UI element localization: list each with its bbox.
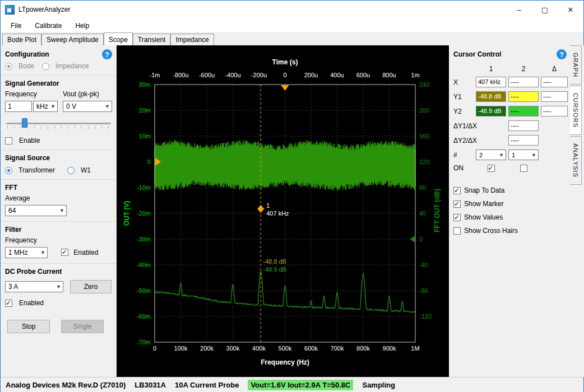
svg-text:-80: -80 [419, 287, 428, 294]
signal-generator-section: Signal Generator Frequency kHz ▼ Vout (p… [1, 75, 117, 150]
filter-frequency-combo[interactable]: 1 MHz ▼ [5, 247, 48, 258]
svg-text:1M: 1M [411, 345, 419, 352]
svg-text:-30m: -30m [137, 236, 151, 242]
snap-to-data-checkbox[interactable] [453, 187, 461, 194]
chevron-down-icon: ▼ [531, 152, 536, 158]
side-tab-analysis[interactable]: ANALYSIS [570, 136, 582, 185]
x-cursor2-value: ---- [508, 77, 539, 87]
app-window: LTpowerAnalyzer – ▢ ✕ File Calibrate Hel… [0, 0, 584, 392]
svg-text:-400u: -400u [225, 72, 240, 78]
svg-text:-120: -120 [419, 313, 432, 320]
svg-text:0: 0 [147, 158, 151, 165]
cursor-grid: 1 2 Δ X 407 kHz ---- ---- Y1 -48.8 dB --… [453, 65, 567, 172]
svg-text:100k: 100k [174, 345, 188, 352]
show-cross-hairs-checkbox[interactable] [453, 227, 461, 235]
svg-text:-600u: -600u [199, 72, 215, 78]
svg-text:30m: 30m [139, 81, 151, 88]
device-status: Analog Devices M2k Rev.D (Z7010) [6, 381, 126, 389]
vout-combo[interactable]: 0 V ▼ [63, 101, 112, 112]
menu-file[interactable]: File [4, 19, 28, 32]
tab-scope[interactable]: Scope [104, 32, 133, 45]
side-tab-graph[interactable]: GRAPH [570, 45, 582, 85]
cursor1-on-checkbox[interactable] [488, 165, 495, 172]
cursor-options: Snap To Data Show Marker Show Values Sho… [453, 186, 567, 235]
svg-text:300k: 300k [226, 345, 240, 352]
help-icon[interactable]: ? [557, 49, 567, 59]
dy1dx-value: ---- [508, 120, 539, 131]
enable-checkbox[interactable] [5, 137, 12, 144]
tab-bode-plot[interactable]: Bode Plot [2, 34, 41, 45]
svg-text:800u: 800u [382, 72, 396, 78]
board-status: LB3031A [135, 381, 166, 389]
svg-text:-70m: -70m [137, 339, 151, 346]
y2-cursor2-value: ---- [508, 106, 539, 116]
svg-text:-40: -40 [419, 262, 428, 268]
minimize-button[interactable]: – [506, 1, 532, 18]
svg-text:600u: 600u [356, 72, 370, 78]
amplitude-slider[interactable] [6, 118, 111, 130]
filter-enabled-checkbox[interactable] [61, 249, 68, 256]
filter-enabled-label: Enabled [73, 249, 98, 256]
side-tab-strip: GRAPH CURSORS ANALYSIS [570, 45, 584, 377]
signal-source-section: Signal Source Transformer W1 [1, 150, 117, 179]
bode-radio-label: Bode [18, 62, 34, 70]
svg-text:-48.9 dB: -48.9 dB [263, 266, 286, 273]
svg-text:-1m: -1m [150, 72, 160, 78]
chevron-down-icon: ▼ [56, 284, 61, 290]
maximize-button[interactable]: ▢ [532, 1, 558, 18]
filter-frequency-label: Frequency [5, 236, 112, 244]
scope-chart[interactable]: 1407 kHz-48.8 dB-48.9 dB-1m-800u-600u-40… [117, 45, 449, 377]
frequency-input[interactable] [5, 101, 32, 112]
average-combo[interactable]: 64 ▼ [5, 205, 67, 216]
tab-transient[interactable]: Transient [133, 34, 171, 45]
stop-button[interactable]: Stop [7, 320, 50, 333]
svg-text:900k: 900k [383, 345, 396, 352]
cursor2-on-checkbox[interactable] [520, 165, 527, 172]
svg-text:500k: 500k [279, 345, 292, 352]
w1-radio[interactable] [67, 167, 75, 174]
show-values-label: Show Values [464, 213, 503, 221]
tab-impedance[interactable]: Impedance [170, 34, 214, 45]
show-values-checkbox[interactable] [453, 214, 461, 221]
cursor2-number-combo[interactable]: 1 ▼ [508, 150, 539, 160]
window-title: LTpowerAnalyzer [18, 6, 70, 13]
menu-bar: File Calibrate Help [1, 18, 583, 33]
vout-label: Vout (pk-pk) [63, 90, 112, 98]
cursor-number-row-label: # [453, 151, 474, 159]
svg-text:1: 1 [266, 202, 270, 209]
side-tab-cursors[interactable]: CURSORS [570, 86, 582, 135]
slider-thumb[interactable] [22, 118, 27, 128]
x-delta-value: ---- [541, 77, 568, 87]
sampling-status: Sampling [362, 381, 395, 389]
cursor-control-title: Cursor Control [453, 50, 501, 58]
dy1dx-row-label: ΔY1/ΔX [453, 122, 506, 130]
scope-plot[interactable]: 1407 kHz-48.8 dB-48.9 dB-1m-800u-600u-40… [117, 45, 449, 377]
cursor-control-panel: Cursor Control ? 1 2 Δ X 407 kHz ---- --… [449, 45, 570, 377]
dc-probe-current-combo[interactable]: 3 A ▼ [5, 281, 63, 292]
dy2dx-row-label: ΔY2/ΔX [453, 137, 506, 144]
svg-text:-20m: -20m [137, 210, 151, 217]
help-icon[interactable]: ? [102, 49, 112, 59]
cursor1-number-combo[interactable]: 2 ▼ [476, 150, 506, 160]
svg-text:0: 0 [153, 345, 156, 352]
close-button[interactable]: ✕ [558, 1, 583, 18]
transformer-radio[interactable] [5, 167, 12, 174]
menu-calibrate[interactable]: Calibrate [28, 19, 68, 32]
dc-probe-enabled-checkbox[interactable] [5, 300, 12, 307]
menu-help[interactable]: Help [68, 19, 96, 32]
measurement-readout: Vout=1.6V Iout=2.9A T=50.8C [248, 380, 353, 390]
frequency-unit-combo[interactable]: kHz ▼ [33, 101, 58, 112]
svg-text:1m: 1m [411, 72, 419, 78]
zero-button[interactable]: Zero [70, 280, 112, 293]
svg-text:0: 0 [419, 236, 423, 242]
control-panel: Configuration ? Bode Impedance Signal Ge… [1, 45, 117, 377]
svg-text:-48.8 dB: -48.8 dB [263, 258, 286, 265]
show-marker-checkbox[interactable] [453, 200, 461, 208]
tab-sweep-amplitude[interactable]: Sweep Amplitude [41, 34, 104, 45]
svg-text:-50m: -50m [137, 287, 151, 294]
y2-delta-value: ---- [541, 106, 568, 116]
signal-source-title: Signal Source [5, 154, 112, 162]
y1-delta-value: ---- [541, 91, 568, 102]
fft-title: FFT [5, 184, 112, 192]
svg-text:800k: 800k [356, 345, 370, 352]
